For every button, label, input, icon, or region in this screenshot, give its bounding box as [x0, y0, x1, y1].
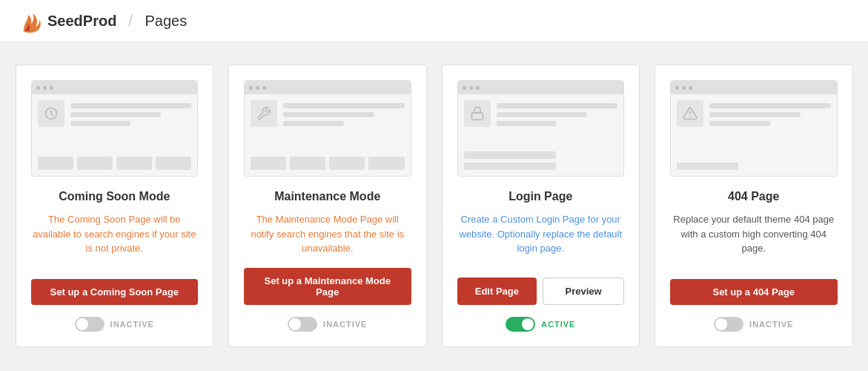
coming-soon-status: INACTIVE	[75, 317, 154, 332]
coming-soon-preview	[31, 80, 199, 177]
maintenance-slider	[288, 317, 317, 332]
404-card: 404 Page Replace your default theme 404 …	[655, 65, 853, 347]
login-title: Login Page	[508, 190, 572, 203]
maintenance-title: Maintenance Mode	[274, 190, 380, 203]
404-preview	[670, 80, 838, 177]
login-slider	[506, 317, 535, 332]
coming-soon-slider	[75, 317, 105, 332]
maintenance-status-label: INACTIVE	[323, 320, 367, 329]
maintenance-card: Maintenance Mode The Maintenance Mode Pa…	[228, 65, 427, 347]
404-icon-area	[677, 100, 703, 127]
login-icon-area	[464, 100, 491, 127]
login-toggle[interactable]	[506, 317, 535, 332]
404-toggle[interactable]	[714, 317, 743, 332]
404-button[interactable]: Set up a 404 Page	[670, 279, 838, 305]
coming-soon-status-label: INACTIVE	[110, 320, 154, 329]
logo-area: SeedProd	[18, 9, 116, 33]
main-content: Coming Soon Mode The Coming Soon Page wi…	[0, 42, 868, 371]
lock-icon	[470, 106, 485, 121]
app-header: SeedProd / Pages	[0, 0, 868, 42]
header-divider: /	[128, 11, 133, 30]
cards-grid: Coming Soon Mode The Coming Soon Page wi…	[16, 65, 853, 347]
maintenance-icon-area	[251, 100, 277, 127]
maintenance-status: INACTIVE	[288, 317, 367, 332]
404-title: 404 Page	[728, 190, 779, 203]
login-edit-button[interactable]: Edit Page	[457, 278, 537, 305]
coming-soon-card: Coming Soon Mode The Coming Soon Page wi…	[16, 65, 214, 347]
404-desc: Replace your default theme 404 page with…	[670, 212, 838, 267]
maintenance-button[interactable]: Set up a Maintenance Mode Page	[244, 268, 411, 305]
login-status: ACTIVE	[506, 317, 575, 332]
404-slider	[714, 317, 743, 332]
warning-icon	[683, 106, 698, 121]
wrench-icon	[256, 106, 271, 121]
svg-rect-1	[471, 113, 483, 119]
login-btn-group: Edit Page Preview	[457, 278, 625, 305]
login-preview-button[interactable]: Preview	[543, 278, 624, 305]
maintenance-preview	[244, 80, 411, 177]
404-status: INACTIVE	[714, 317, 793, 332]
coming-soon-button[interactable]: Set up a Coming Soon Page	[31, 279, 199, 305]
seedprod-logo-icon	[18, 9, 42, 33]
coming-soon-icon-area	[38, 100, 64, 127]
maintenance-desc: The Maintenance Mode Page will notify se…	[244, 212, 411, 256]
coming-soon-toggle[interactable]	[75, 317, 105, 332]
maintenance-toggle[interactable]	[288, 317, 317, 332]
login-desc: Create a Custom Login Page for your webs…	[457, 212, 625, 266]
logo-text: SeedProd	[47, 13, 116, 30]
coming-soon-desc: The Coming Soon Page will be available t…	[31, 212, 199, 267]
header-page-title: Pages	[145, 13, 187, 30]
login-card: Login Page Create a Custom Login Page fo…	[442, 65, 640, 347]
coming-soon-title: Coming Soon Mode	[59, 190, 170, 203]
404-status-label: INACTIVE	[749, 320, 793, 329]
clock-icon	[44, 106, 59, 121]
login-status-label: ACTIVE	[541, 320, 575, 329]
login-preview	[457, 80, 625, 177]
